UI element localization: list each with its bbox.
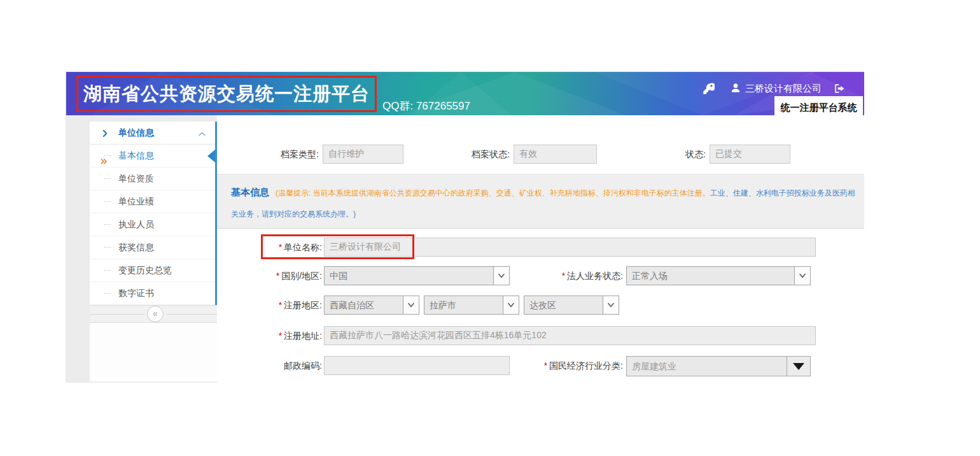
section-title: 基本信息: [231, 187, 269, 197]
key-icon[interactable]: [703, 82, 715, 96]
user-icon: [731, 83, 741, 95]
required-asterisk: *: [544, 360, 547, 371]
status-label: 状态:: [599, 145, 706, 164]
industry-label: *国民经济行业分类:: [497, 356, 623, 375]
region-province-select[interactable]: 西藏自治区: [324, 296, 419, 315]
qq-group-text: QQ群: 767265597: [382, 99, 470, 113]
platform-title-highlight-box: 湖南省公共资源交易统一注册平台: [76, 76, 377, 112]
sidebar-item-unit-performance[interactable]: 单位业绩: [90, 190, 215, 213]
address-label: *注册地址:: [217, 326, 322, 345]
country-select[interactable]: 中国: [324, 266, 510, 285]
user-name: 三桥设计有限公司: [745, 83, 822, 95]
divider: [90, 314, 144, 315]
sidebar-item-label: 基本信息: [118, 150, 154, 160]
sidebar-item-label: 执业人员: [118, 219, 154, 229]
sidebar-empty-area: [90, 323, 221, 381]
sidebar-collapse-strip: «: [90, 305, 221, 323]
legal-status-select[interactable]: 正常入场: [626, 266, 811, 285]
main-content: 档案类型: 档案状态: 状态: 基本信息(温馨提示: 当前本系统提供湖南省公共资…: [217, 115, 864, 383]
region-city-select[interactable]: 拉萨市: [424, 296, 519, 315]
archive-status-label: 档案状态:: [408, 145, 510, 164]
archive-type-label: 档案类型:: [217, 145, 319, 164]
required-asterisk: *: [279, 331, 282, 341]
header-banner: 湖南省公共资源交易统一注册平台 QQ群: 767265597 三桥设计有限公司: [66, 72, 864, 115]
required-asterisk: *: [279, 300, 282, 310]
chevron-down-icon: [503, 296, 519, 314]
sidebar-items: 基本信息 单位资质 单位业绩 执业人员 获奖信息 变更历史总览: [90, 145, 215, 305]
postal-code-field[interactable]: [324, 356, 510, 375]
basic-info-section-header: 基本信息(温馨提示: 当前本系统提供湖南省公共资源交易中心的政府采购、交通、矿业…: [217, 174, 864, 229]
address-field: [324, 326, 816, 345]
sidebar-item-unit-qualification[interactable]: 单位资质: [90, 167, 215, 190]
current-user[interactable]: 三桥设计有限公司: [731, 82, 822, 96]
archive-status-field: [514, 145, 597, 164]
form-row-postal-industry: 邮政编码: *国民经济行业分类: 房屋建筑业: [217, 356, 864, 376]
form-row-unit-name: *单位名称:: [217, 238, 864, 258]
sidebar-item-label: 获奖信息: [118, 242, 154, 252]
divider: [166, 314, 221, 315]
form-row-country-status: *国别/地区: 中国 *法人业务状态: 正常入场: [217, 266, 864, 287]
chevron-down-icon: [403, 296, 419, 314]
sidebar-item-label: 变更历史总览: [118, 265, 172, 275]
logout-icon[interactable]: [834, 82, 845, 96]
status-field: [710, 145, 790, 164]
sidebar-group-unit-info[interactable]: 单位信息: [90, 122, 215, 145]
industry-dropdown[interactable]: 房屋建筑业: [626, 356, 811, 376]
postal-code-label: 邮政编码:: [217, 356, 322, 375]
hint-text-orange: (温馨提示: 当前本系统提供湖南省公共资源交易中心的政府采购、交通、矿业权、补充…: [276, 189, 710, 197]
chevron-down-icon: [603, 296, 619, 314]
form-row-region: *注册地区: 西藏自治区 拉萨市 达孜区: [217, 296, 864, 316]
required-asterisk: *: [562, 271, 565, 281]
left-panel: 单位信息 基本信息 单位资质 单位业绩: [66, 115, 217, 383]
caret-down-icon: [787, 357, 810, 376]
chevron-up-icon[interactable]: [198, 129, 206, 141]
region-label: *注册地区:: [217, 296, 322, 315]
sidebar-item-label: 数字证书: [118, 288, 154, 298]
chevron-down-icon: [493, 267, 509, 285]
sidebar-item-label: 单位业绩: [118, 196, 154, 206]
legal-status-label: *法人业务状态:: [516, 266, 623, 285]
chevron-down-icon: [794, 267, 810, 285]
form-row-address: *注册地址:: [217, 326, 864, 346]
tab-unified-registration-system[interactable]: 统一注册平台系统: [774, 96, 863, 119]
archive-type-field: [323, 145, 403, 164]
region-district-select[interactable]: 达孜区: [524, 296, 619, 315]
sidebar-item-label: 单位资质: [118, 173, 154, 183]
required-asterisk: *: [279, 242, 282, 252]
sidebar-item-change-history[interactable]: 变更历史总览: [90, 259, 215, 282]
unit-name-label: *单位名称:: [217, 238, 322, 257]
unit-name-field: [324, 238, 816, 257]
sidebar-menu: 单位信息 基本信息 单位资质 单位业绩: [90, 122, 217, 305]
sidebar-group-label: 单位信息: [118, 127, 154, 139]
sidebar-item-practitioners[interactable]: 执业人员: [90, 213, 215, 236]
sidebar-collapse-button[interactable]: «: [147, 306, 164, 322]
sidebar-item-awards[interactable]: 获奖信息: [90, 236, 215, 259]
chevron-right-icon: [101, 129, 109, 140]
country-label: *国别/地区:: [217, 266, 322, 285]
required-asterisk: *: [276, 271, 279, 281]
sidebar-item-basic-info[interactable]: 基本信息: [90, 145, 215, 167]
platform-title: 湖南省公共资源交易统一注册平台: [83, 82, 370, 107]
registration-platform-window: 湖南省公共资源交易统一注册平台 QQ群: 767265597 三桥设计有限公司 …: [66, 71, 864, 382]
sidebar-item-digital-certificate[interactable]: 数字证书: [90, 282, 215, 305]
